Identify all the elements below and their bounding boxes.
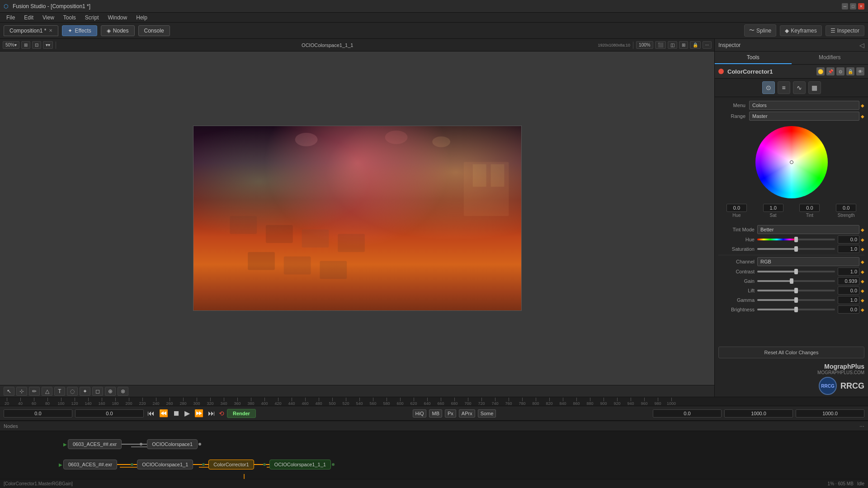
keyframes-button[interactable]: ◆ Keyframes (780, 25, 821, 36)
menu-select[interactable]: Colors (749, 101, 859, 110)
sat-numeric-value[interactable]: 1.0 (763, 204, 783, 212)
stop-button[interactable]: ⏹ (172, 408, 181, 418)
quality-aprx-button[interactable]: APrx (459, 409, 475, 418)
node-ociocs1-1[interactable]: OCIOColorspace1_1 (137, 460, 193, 469)
node-icon-color[interactable]: 🟡 (816, 67, 825, 75)
brightness-slider-track[interactable] (757, 309, 835, 310)
tool-paint[interactable]: ✏ (29, 387, 40, 396)
gamma-slider-thumb[interactable] (794, 297, 798, 303)
duration-input[interactable]: 1000.0 (796, 409, 864, 418)
saturation-slider-thumb[interactable] (794, 246, 798, 252)
hue-slider-track[interactable] (757, 239, 835, 240)
console-tab-button[interactable]: Console (138, 25, 170, 36)
brightness-slider-thumb[interactable] (794, 307, 798, 312)
node-ociocs1-1-1[interactable]: OCIOColorspace1_1_1 (269, 460, 331, 469)
viewer-zoom-100-button[interactable]: 100% (636, 41, 653, 49)
node-color-corrector[interactable]: ColorCorrector1 (208, 460, 254, 469)
lift-slider-thumb[interactable] (794, 288, 798, 293)
gain-slider-thumb[interactable] (790, 278, 793, 284)
contrast-slider-diamond[interactable]: ◆ (861, 269, 864, 274)
contrast-slider-thumb[interactable] (794, 269, 798, 274)
gamma-slider-track[interactable] (757, 299, 835, 301)
menu-script[interactable]: Script (81, 14, 103, 22)
tint-mode-select[interactable]: Better (757, 225, 859, 234)
node-exr-2[interactable]: 0603_ACES_##.exr (63, 460, 117, 469)
saturation-slider-track[interactable] (757, 248, 835, 250)
tool-mask[interactable]: ◌ (67, 387, 78, 396)
nodes-menu-button[interactable]: ··· (859, 422, 864, 429)
reset-all-colors-button[interactable]: Reset All Color Changes (718, 347, 864, 358)
tool-select[interactable]: ↖ (4, 387, 14, 396)
insp-icon-color-wheel[interactable]: ⊙ (762, 81, 775, 94)
tool-text[interactable]: T (54, 387, 65, 396)
viewer-color-button[interactable]: ◫ (668, 41, 677, 49)
prev-prev-button[interactable]: ⏮ (146, 408, 156, 418)
gamma-slider-value[interactable]: 1.0 (838, 296, 859, 304)
tint-numeric-value[interactable]: 0.0 (799, 204, 820, 212)
menu-tools[interactable]: Tools (60, 14, 80, 22)
viewer-more-button[interactable]: ▾▾ (43, 41, 53, 49)
node-icon-lock[interactable]: 🔒 (846, 67, 854, 75)
tool-particle[interactable]: ✦ (80, 387, 90, 396)
saturation-slider-diamond[interactable]: ◆ (861, 247, 864, 252)
composition-tab[interactable]: Composition1 * ✕ (4, 25, 58, 36)
viewer-lock-button[interactable]: 🔒 (690, 41, 701, 49)
viewer-zoom-button[interactable]: 50%▾ (3, 41, 19, 49)
gamma-slider-diamond[interactable]: ◆ (861, 298, 864, 303)
gain-slider-value[interactable]: 0.939 (838, 277, 859, 285)
timeline-ruler[interactable]: 20 40 60 80 100 120 140 160 180 200 220 … (0, 398, 868, 406)
menu-file[interactable]: File (3, 14, 19, 22)
tab-tools[interactable]: Tools (715, 52, 792, 64)
play-forward-button[interactable]: ⏩ (193, 408, 204, 418)
insp-icon-levels[interactable]: ▦ (808, 81, 821, 94)
viewer-channel-button[interactable]: ⬛ (655, 41, 666, 49)
menu-edit[interactable]: Edit (20, 14, 37, 22)
end-time-input[interactable]: 0.0 (653, 409, 722, 418)
tool-shape[interactable]: △ (42, 387, 52, 396)
tool-transform[interactable]: ⊹ (16, 387, 27, 396)
hue-numeric-value[interactable]: 0.0 (726, 204, 747, 212)
tool-track[interactable]: ⊕ (105, 387, 116, 396)
hue-slider-thumb[interactable] (794, 237, 798, 242)
minimize-button[interactable]: ─ (842, 3, 848, 9)
viewer-grid-button[interactable]: ⊞ (21, 41, 30, 49)
insp-icon-curves[interactable]: ∿ (793, 81, 806, 94)
close-button[interactable]: ✕ (858, 3, 864, 9)
viewer-options-button[interactable]: ··· (703, 41, 712, 49)
spline-button[interactable]: 〜 Spline (744, 24, 776, 37)
tint-mode-diamond[interactable]: ◆ (861, 227, 864, 232)
inspector-collapse-button[interactable]: ◁ (859, 42, 864, 49)
channel-select[interactable]: RGB (757, 257, 859, 266)
prev-button[interactable]: ⏪ (158, 408, 169, 418)
range-select[interactable]: Master (749, 112, 859, 121)
brightness-slider-value[interactable]: 0.0 (838, 305, 859, 314)
tab-modifiers[interactable]: Modifiers (792, 52, 868, 64)
tool-clone[interactable]: ⊗ (118, 387, 128, 396)
next-button[interactable]: ⏭ (207, 408, 216, 418)
lift-slider-value[interactable]: 0.0 (838, 286, 859, 295)
quality-px-button[interactable]: Px (445, 409, 456, 418)
viewer-grid2-button[interactable]: ⊞ (679, 41, 688, 49)
insp-icon-sliders[interactable]: ≡ (778, 81, 790, 94)
total-frames-input[interactable]: 1000.0 (724, 409, 793, 418)
quality-mb-button[interactable]: MB (429, 409, 442, 418)
contrast-slider-value[interactable]: 1.0 (838, 267, 859, 276)
menu-window[interactable]: Window (104, 14, 131, 22)
quality-some-button[interactable]: Some (478, 409, 496, 418)
lift-slider-track[interactable] (757, 290, 835, 291)
viewer-fit-button[interactable]: ⊡ (32, 41, 41, 49)
render-button[interactable]: Render (227, 409, 256, 418)
strength-numeric-value[interactable]: 0.0 (836, 204, 856, 212)
nodes-tab-button[interactable]: ◈ Nodes (101, 25, 135, 36)
tool-3d[interactable]: ◻ (92, 387, 103, 396)
node-icon-eye[interactable]: 👁 (856, 67, 864, 75)
channel-diamond[interactable]: ◆ (861, 259, 864, 264)
menu-diamond-indicator[interactable]: ◆ (861, 103, 864, 108)
node-exr-1[interactable]: 0603_ACES_##.exr (68, 439, 122, 449)
maximize-button[interactable]: □ (850, 3, 856, 9)
hue-slider-value[interactable]: 0.0 (838, 235, 859, 244)
loop-button[interactable]: ⟲ (219, 410, 224, 417)
quality-hiq-button[interactable]: HiQ (413, 409, 427, 418)
comp-tab-close-icon[interactable]: ✕ (49, 28, 52, 33)
gain-slider-diamond[interactable]: ◆ (861, 279, 864, 284)
